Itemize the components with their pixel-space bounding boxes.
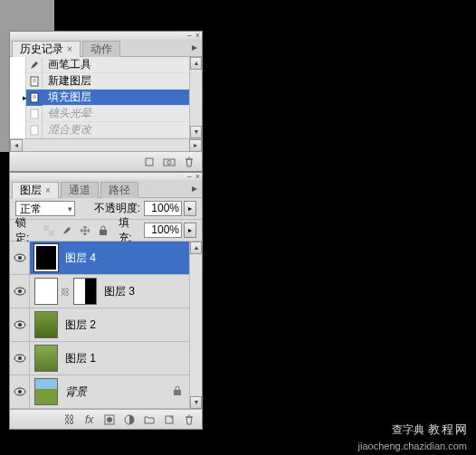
scroll-down-button[interactable]: ▾ — [190, 126, 202, 138]
history-icon-col — [26, 90, 43, 106]
history-item[interactable]: ▸ 填充图层 — [10, 90, 189, 106]
trash-icon[interactable] — [182, 412, 196, 427]
new-layer-icon[interactable] — [162, 412, 176, 427]
visibility-toggle[interactable] — [10, 375, 30, 408]
visibility-toggle[interactable] — [10, 342, 30, 374]
layer-name[interactable]: 图层 3 — [104, 284, 135, 299]
tab-layers[interactable]: 图层× — [12, 182, 59, 198]
layer-thumbnail[interactable] — [34, 278, 58, 305]
tab-paths[interactable]: 路径 — [100, 182, 138, 198]
history-item[interactable]: 镜头光晕 — [10, 106, 189, 122]
layer-style-icon[interactable]: fx — [82, 412, 97, 427]
opacity-label: 不透明度: — [94, 201, 140, 216]
document-icon — [28, 91, 41, 104]
new-group-icon[interactable] — [142, 412, 157, 427]
snapshot-col — [10, 73, 26, 90]
opacity-flyout-button[interactable]: ▸ — [184, 201, 196, 216]
history-list: 画笔工具 新建图层 ▸ 填充图层 镜头光晕 — [10, 57, 189, 138]
document-icon — [28, 108, 41, 120]
visibility-toggle[interactable] — [10, 308, 30, 341]
opacity-control: 100% ▸ — [144, 201, 196, 216]
mask-link-icon[interactable]: ⛓ — [61, 287, 70, 297]
layer-row[interactable]: 图层 2 — [10, 308, 189, 342]
lock-transparency-icon[interactable] — [41, 223, 55, 239]
scrollbar-vertical[interactable]: ▴ ▾ — [189, 242, 202, 409]
layer-name[interactable]: 图层 1 — [65, 351, 96, 366]
current-state-icon: ▸ — [23, 93, 27, 102]
scroll-right-button[interactable]: ▸ — [189, 139, 202, 152]
svg-rect-7 — [31, 126, 38, 135]
history-item[interactable]: 新建图层 — [10, 73, 189, 90]
lock-icon — [173, 385, 182, 399]
layers-panel: – × 图层× 通道 路径 ▸ 正常 不透明度: 100% ▸ 锁定: 填充: … — [9, 172, 203, 430]
layer-row[interactable]: ⛓ 图层 3 — [10, 275, 189, 308]
watermark-sub: 教程网 — [428, 422, 469, 436]
tab-history[interactable]: 历史记录× — [12, 41, 81, 57]
trash-icon[interactable] — [182, 155, 196, 169]
lock-pixels-icon[interactable] — [60, 223, 74, 239]
tab-actions[interactable]: 动作 — [82, 41, 120, 57]
close-icon[interactable]: × — [67, 44, 72, 54]
svg-rect-29 — [166, 416, 173, 423]
layer-name[interactable]: 图层 4 — [65, 251, 96, 266]
history-icon-col — [26, 122, 43, 138]
fill-flyout-button[interactable]: ▸ — [184, 223, 196, 238]
tab-label: 路径 — [109, 183, 130, 198]
layer-row[interactable]: 图层 4 — [10, 242, 189, 275]
lock-fill-row: 锁定: 填充: 100% ▸ — [10, 220, 202, 242]
panel-menu-icon[interactable]: ▸ — [187, 180, 202, 197]
new-snapshot-icon[interactable] — [162, 155, 176, 169]
close-icon[interactable]: × — [195, 32, 200, 39]
history-icon-col — [26, 106, 43, 122]
scrollbar-horizontal[interactable]: ◂ ▸ — [10, 138, 202, 151]
layer-row[interactable]: 图层 1 — [10, 342, 189, 375]
minimize-icon[interactable]: – — [187, 32, 192, 39]
adjustment-layer-icon[interactable] — [122, 412, 137, 427]
history-item[interactable]: 混合更改 — [10, 122, 189, 138]
scroll-down-button[interactable]: ▾ — [190, 396, 202, 409]
svg-rect-12 — [49, 231, 54, 236]
brush-icon — [28, 59, 41, 71]
scroll-left-button[interactable]: ◂ — [10, 139, 23, 152]
lock-position-icon[interactable] — [78, 223, 92, 239]
lock-all-icon[interactable] — [96, 223, 110, 239]
create-document-icon[interactable] — [142, 155, 157, 169]
scroll-up-button[interactable]: ▴ — [190, 242, 202, 254]
layers-footer: ⛓ fx — [10, 409, 202, 429]
layer-thumbnail[interactable] — [34, 345, 58, 372]
layer-mask-icon[interactable] — [102, 412, 117, 427]
layer-thumbnail[interactable] — [34, 311, 58, 338]
opacity-value: 100% — [151, 202, 179, 214]
svg-point-27 — [107, 417, 112, 422]
visibility-toggle[interactable] — [10, 275, 30, 308]
history-titlebar: – × — [10, 32, 202, 39]
visibility-toggle[interactable] — [10, 242, 30, 274]
fill-input[interactable]: 100% — [144, 223, 182, 238]
panel-menu-icon[interactable]: ▸ — [187, 39, 202, 56]
layer-name[interactable]: 图层 2 — [65, 318, 96, 333]
svg-rect-11 — [43, 225, 49, 231]
layer-thumbnail[interactable] — [34, 378, 58, 405]
history-item-label: 画笔工具 — [43, 57, 91, 72]
snapshot-col — [10, 57, 26, 73]
svg-rect-13 — [100, 230, 107, 235]
mask-thumbnail[interactable] — [73, 278, 97, 305]
close-icon[interactable]: × — [195, 173, 200, 180]
layer-name[interactable]: 背景 — [65, 384, 87, 400]
history-content: 画笔工具 新建图层 ▸ 填充图层 镜头光晕 — [10, 57, 202, 138]
fill-value: 100% — [151, 223, 179, 236]
layer-thumbnail[interactable] — [34, 244, 58, 271]
layer-row[interactable]: 背景 — [10, 375, 189, 409]
link-layers-icon[interactable]: ⛓ — [62, 412, 77, 427]
scrollbar-vertical[interactable]: ▴ ▾ — [189, 57, 202, 138]
tab-channels[interactable]: 通道 — [61, 182, 99, 198]
layers-tabs: 图层× 通道 路径 ▸ — [10, 180, 202, 198]
blend-mode-select[interactable]: 正常 — [15, 201, 75, 216]
opacity-input[interactable]: 100% — [144, 201, 182, 216]
close-icon[interactable]: × — [45, 185, 51, 195]
scroll-up-button[interactable]: ▴ — [190, 57, 202, 70]
minimize-icon[interactable]: – — [187, 173, 192, 180]
history-item-label: 填充图层 — [43, 90, 91, 105]
history-panel: – × 历史记录× 动作 ▸ 画笔工具 新建图层 ▸ — [9, 31, 203, 172]
history-item[interactable]: 画笔工具 — [10, 57, 189, 73]
